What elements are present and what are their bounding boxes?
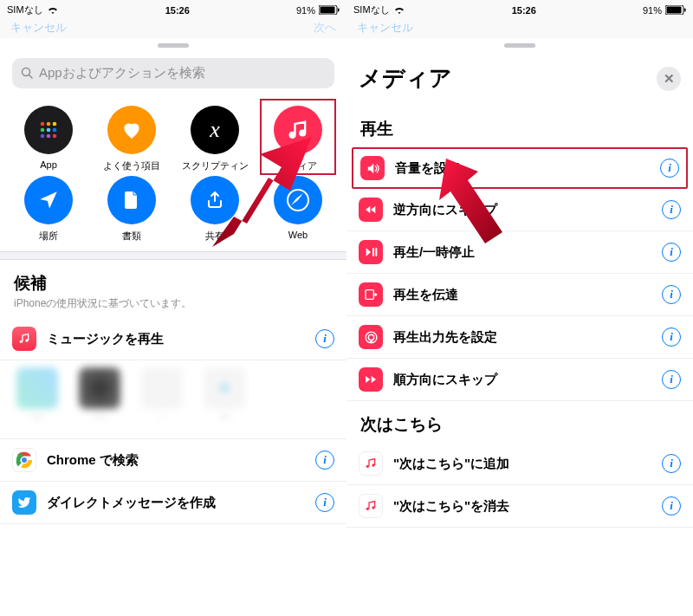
battery-icon — [319, 5, 340, 15]
info-icon[interactable]: i — [662, 496, 681, 515]
suggestions-header: 候補 — [0, 260, 346, 296]
battery-icon — [665, 5, 686, 15]
svg-point-29 — [366, 465, 369, 468]
svg-point-17 — [20, 340, 23, 343]
info-icon[interactable]: i — [662, 243, 681, 262]
time: 15:26 — [512, 5, 536, 16]
suggestion-chrome-search[interactable]: Chrome で検索 i — [0, 439, 346, 482]
suggestion-play-music[interactable]: ミュージックを再生 i — [0, 318, 346, 360]
category-scripting[interactable]: x スクリプティン — [173, 106, 256, 172]
action-skip-forward[interactable]: 順方向にスキップ i — [346, 359, 693, 401]
handoff-icon — [359, 282, 383, 307]
svg-line-4 — [29, 75, 33, 79]
wifi-icon — [393, 6, 405, 15]
time: 15:26 — [165, 5, 190, 16]
info-icon[interactable]: i — [662, 327, 681, 347]
search-icon — [21, 67, 34, 80]
svg-rect-2 — [338, 9, 340, 12]
battery-percent: 91% — [643, 5, 662, 16]
category-sharing[interactable]: 共有 — [173, 176, 256, 243]
svg-point-13 — [53, 134, 57, 139]
category-media[interactable]: メディア — [256, 106, 340, 172]
action-skip-back[interactable]: 逆方向にスキップ i — [346, 189, 693, 231]
nav-bar: キャンセル — [346, 17, 693, 38]
svg-point-7 — [53, 122, 57, 126]
action-add-upnext[interactable]: "次はこちら"に追加 i — [346, 443, 693, 485]
action-set-volume[interactable]: 音量を設定 i — [352, 147, 688, 189]
volume-icon — [360, 156, 385, 180]
svg-point-28 — [368, 334, 373, 340]
svg-point-9 — [47, 128, 51, 133]
music-icon — [359, 451, 383, 476]
category-favorites[interactable]: よく使う項目 — [90, 106, 173, 172]
battery-percent: 91% — [296, 5, 315, 16]
svg-point-8 — [41, 128, 45, 133]
cancel-button[interactable]: キャンセル — [357, 20, 413, 36]
close-button[interactable]: ✕ — [657, 67, 681, 91]
svg-point-14 — [290, 133, 295, 138]
info-icon[interactable]: i — [662, 200, 681, 219]
category-grid: App よく使う項目 x スクリプティン メディア 場所 書類 共有 — [0, 99, 346, 251]
svg-point-11 — [41, 134, 45, 139]
info-icon[interactable]: i — [315, 493, 334, 512]
svg-point-31 — [366, 508, 369, 510]
sim-status: SIMなし — [353, 3, 390, 16]
music-icon — [12, 327, 36, 351]
section-playback: 再生 — [346, 106, 693, 147]
action-handoff[interactable]: 再生を伝達 i — [346, 274, 693, 316]
svg-point-5 — [41, 122, 45, 126]
info-icon[interactable]: i — [662, 285, 681, 304]
next-button[interactable]: 次へ — [314, 20, 336, 36]
status-bar: SIMなし 15:26 91% — [0, 0, 346, 17]
cancel-button[interactable]: キャンセル — [10, 20, 67, 36]
page-title: メディア — [359, 63, 452, 94]
svg-rect-25 — [684, 9, 686, 12]
svg-point-18 — [25, 339, 28, 341]
category-location[interactable]: 場所 — [7, 176, 90, 243]
skip-back-icon — [359, 198, 383, 222]
right-panel: SIMなし 15:26 91% キャンセル メディア ✕ 再生 音量を設定 i … — [346, 0, 693, 616]
info-icon[interactable]: i — [660, 159, 679, 178]
action-clear-upnext[interactable]: "次はこちら"を消去 i — [346, 485, 693, 528]
section-upnext: 次はこちら — [346, 401, 693, 443]
info-icon[interactable]: i — [315, 329, 334, 348]
svg-rect-24 — [666, 7, 681, 14]
svg-point-30 — [372, 464, 374, 466]
skip-forward-icon — [359, 367, 383, 392]
action-set-output[interactable]: 再生出力先を設定 i — [346, 316, 693, 359]
svg-point-15 — [300, 131, 305, 136]
category-web[interactable]: Web — [256, 176, 340, 243]
sheet-grabber[interactable] — [504, 43, 535, 48]
status-bar: SIMなし 15:26 91% — [346, 0, 693, 17]
suggestion-thumbnails: ---- ---- - +---- — [0, 360, 346, 438]
svg-point-12 — [47, 134, 51, 139]
play-pause-icon — [359, 240, 383, 264]
wifi-icon — [47, 6, 59, 15]
category-app[interactable]: App — [7, 106, 90, 172]
info-icon[interactable]: i — [315, 451, 334, 470]
action-play-pause[interactable]: 再生/一時停止 i — [346, 231, 693, 274]
info-icon[interactable]: i — [662, 454, 681, 473]
svg-point-6 — [47, 122, 51, 126]
close-icon: ✕ — [664, 71, 675, 87]
sim-status: SIMなし — [7, 3, 43, 16]
suggestions-subtitle: iPhoneの使用状況に基づいています。 — [0, 296, 346, 318]
info-icon[interactable]: i — [662, 370, 681, 389]
airplay-icon — [359, 325, 383, 349]
svg-point-32 — [372, 506, 374, 509]
twitter-icon — [12, 490, 36, 515]
sheet-grabber[interactable] — [158, 43, 189, 48]
music-icon — [359, 494, 383, 518]
svg-rect-1 — [320, 7, 334, 14]
chrome-icon — [12, 448, 36, 472]
search-placeholder: Appおよびアクションを検索 — [39, 65, 205, 81]
svg-point-10 — [53, 128, 57, 133]
category-documents[interactable]: 書類 — [90, 176, 173, 243]
nav-bar: キャンセル 次へ — [0, 17, 346, 38]
left-panel: SIMなし 15:26 91% キャンセル 次へ Appおよびアクションを検索 … — [0, 0, 346, 616]
svg-rect-26 — [366, 290, 373, 300]
suggestion-twitter-dm[interactable]: ダイレクトメッセージを作成 i — [0, 482, 346, 524]
search-input[interactable]: Appおよびアクションを検索 — [12, 58, 334, 88]
